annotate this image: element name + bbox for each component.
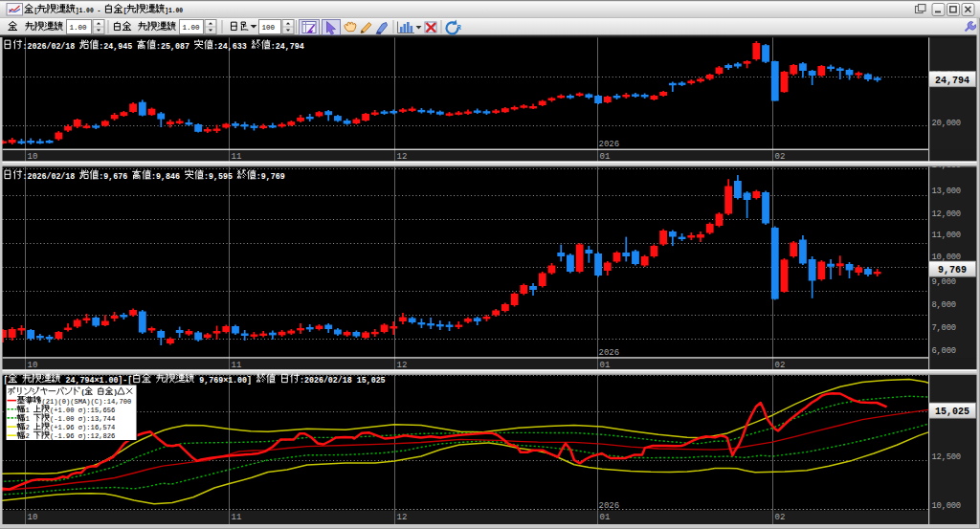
svg-text:(-1.96 σ):12,826: (-1.96 σ):12,826 (50, 432, 115, 440)
svg-text:1.00: 1.00 (70, 24, 88, 32)
svg-text:10: 10 (28, 361, 38, 370)
svg-text:01: 01 (600, 361, 611, 370)
svg-text:6,000: 6,000 (932, 346, 957, 356)
svg-text:[: [ (33, 8, 37, 14)
svg-text::2026/02/18: :2026/02/18 (23, 42, 80, 51)
svg-text:12: 12 (397, 513, 408, 522)
svg-text:9,000: 9,000 (932, 277, 957, 287)
svg-text:[: [ (4, 376, 9, 385)
svg-text:20,000: 20,000 (932, 119, 962, 128)
svg-text:24,794: 24,794 (935, 76, 969, 86)
svg-text:): ) (114, 388, 118, 396)
svg-text:10: 10 (28, 513, 38, 522)
svg-text:9,769×1.00]: 9,769×1.00] (194, 376, 256, 385)
svg-text:2: 2 (26, 424, 34, 431)
svg-text:1: 1 (26, 415, 34, 423)
svg-text:15,025: 15,025 (935, 407, 969, 417)
svg-text:[: [ (123, 8, 127, 14)
svg-text:12: 12 (397, 152, 408, 162)
svg-text::2026/02/18 15,025: :2026/02/18 15,025 (300, 376, 386, 385)
svg-text::9,595: :9,595 (204, 172, 237, 181)
svg-text::2026/02/18: :2026/02/18 (23, 172, 80, 181)
svg-text:10,000: 10,000 (932, 253, 962, 262)
svg-text:1: 1 (26, 407, 34, 414)
svg-text:7,000: 7,000 (932, 323, 957, 333)
svg-text:02: 02 (775, 513, 786, 522)
svg-text:100: 100 (262, 24, 276, 32)
svg-text:(-1.00 σ):13,744: (-1.00 σ):13,744 (50, 415, 115, 423)
svg-text:1.00: 1.00 (183, 24, 201, 32)
svg-text::9,769: :9,769 (256, 172, 285, 181)
svg-text::24,945: :24,945 (99, 42, 137, 51)
svg-text:11: 11 (232, 152, 242, 162)
svg-text:13,000: 13,000 (932, 187, 962, 196)
svg-text::24,633: :24,633 (213, 42, 252, 51)
svg-text:02: 02 (775, 361, 786, 370)
svg-text::9,676: :9,676 (99, 172, 132, 181)
svg-text:01: 01 (600, 152, 611, 162)
svg-text:]1.00: ]1.00 (165, 8, 183, 14)
svg-text:12: 12 (397, 361, 408, 370)
svg-text:9,769: 9,769 (938, 265, 967, 276)
svg-text:12,000: 12,000 (932, 209, 962, 219)
svg-text:11: 11 (232, 361, 242, 370)
svg-text:11,000: 11,000 (932, 231, 962, 240)
svg-text:2026: 2026 (599, 501, 620, 511)
svg-text:2: 2 (26, 432, 34, 440)
svg-text:10: 10 (28, 152, 38, 162)
svg-text:02: 02 (775, 152, 786, 162)
svg-text:(21)(0)(SMA)(C):14,700: (21)(0)(SMA)(C):14,700 (42, 398, 132, 406)
svg-text:01: 01 (600, 513, 611, 522)
svg-text:(+1.96 σ):16,574: (+1.96 σ):16,574 (50, 424, 115, 431)
svg-text:2026: 2026 (599, 140, 620, 149)
svg-text::9,846: :9,846 (151, 172, 185, 181)
svg-text:(+1.00 σ):15,656: (+1.00 σ):15,656 (50, 407, 115, 414)
svg-text:12,500: 12,500 (932, 452, 962, 462)
svg-text:(: ( (81, 388, 85, 396)
svg-text:24,794×1.00]-[: 24,794×1.00]-[ (61, 376, 133, 385)
svg-text::24,794: :24,794 (271, 42, 304, 51)
svg-text:8,000: 8,000 (932, 300, 957, 310)
svg-text:10,000: 10,000 (932, 501, 962, 511)
svg-text:]1.00 -: ]1.00 - (76, 8, 104, 14)
svg-text::25,087: :25,087 (156, 42, 194, 51)
svg-text:2026: 2026 (599, 348, 620, 358)
svg-text:11: 11 (232, 513, 242, 522)
